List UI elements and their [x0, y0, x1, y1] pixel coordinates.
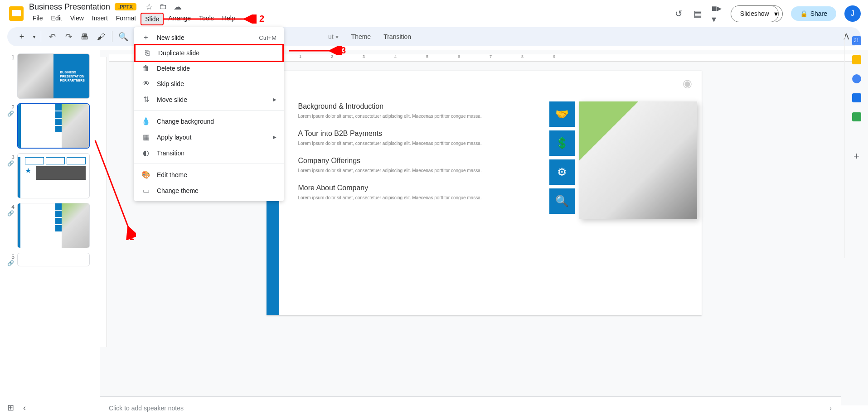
- grid-view-icon[interactable]: ⊞: [7, 403, 14, 413]
- menu-duplicate-slide[interactable]: ⎘ Duplicate slide: [134, 44, 284, 62]
- meet-icon[interactable]: ■▸ ▾: [712, 8, 723, 19]
- add-addon-icon[interactable]: +: [852, 150, 861, 159]
- menu-skip-slide[interactable]: 👁 Skip slide: [134, 76, 284, 92]
- menu-change-theme[interactable]: ▭ Change theme: [134, 183, 284, 198]
- menu-format[interactable]: Format: [112, 13, 140, 25]
- lock-icon: 🔒: [800, 10, 808, 17]
- slide-panel[interactable]: 1 BUSINESS PRESENTATION FOR PARTNERS 2 🔗: [0, 50, 100, 405]
- document-title[interactable]: Business Presentation: [29, 2, 110, 12]
- menu-insert[interactable]: Insert: [88, 13, 112, 25]
- agenda-title[interactable]: More About Company: [298, 184, 534, 192]
- trash-icon: 🗑: [141, 64, 150, 72]
- menu-delete-slide[interactable]: 🗑 Delete slide: [134, 61, 284, 76]
- new-slide-button[interactable]: +: [15, 29, 29, 44]
- contacts-icon[interactable]: [852, 93, 861, 102]
- menu-tools[interactable]: Tools: [195, 13, 218, 25]
- agenda-text[interactable]: Lorem ipsum dolor sit amet, consectetuer…: [298, 168, 534, 174]
- slide-thumbnail-4[interactable]: [17, 203, 90, 248]
- slide-image[interactable]: [579, 101, 697, 219]
- duplicate-icon: ⎘: [143, 49, 152, 57]
- main-area: 1 BUSINESS PRESENTATION FOR PARTNERS 2 🔗: [0, 50, 868, 405]
- menu-edit[interactable]: Edit: [48, 13, 66, 25]
- undo-button[interactable]: ↶: [45, 29, 59, 44]
- slide-number: 5: [7, 253, 15, 260]
- slides-logo-icon: [9, 6, 24, 21]
- title-area: Business Presentation .PPTX ☆ 🗀 ☁ File E…: [29, 2, 674, 25]
- expand-notes-icon[interactable]: ›: [829, 405, 832, 412]
- right-side-panel: 31 +: [844, 32, 868, 258]
- speaker-notes[interactable]: Click to add speaker notes ›: [100, 396, 841, 419]
- star-icon[interactable]: ☆: [145, 2, 153, 12]
- title-icons: ☆ 🗀 ☁: [145, 2, 182, 12]
- menu-view[interactable]: View: [67, 13, 87, 25]
- new-slide-dropdown[interactable]: ▾: [31, 29, 37, 44]
- redo-button[interactable]: ↷: [61, 29, 76, 44]
- slide-canvas[interactable]: AGENDA ◉ Background & Introduction Lorem…: [267, 71, 702, 315]
- menu-change-background[interactable]: 💧 Change background: [134, 113, 284, 129]
- shortcut-label: Ctrl+M: [259, 34, 276, 41]
- paint-format-button[interactable]: 🖌: [94, 29, 108, 44]
- transition-button[interactable]: Transition: [378, 30, 417, 43]
- menu-slide[interactable]: Slide: [141, 13, 164, 25]
- slide-number: 2: [7, 103, 15, 111]
- menu-separator: [134, 164, 284, 164]
- transition-icon: ◐: [141, 149, 150, 157]
- tasks-icon[interactable]: [852, 74, 861, 83]
- link-icon: 🔗: [7, 260, 15, 266]
- filmstrip-footer: ⊞ ‹: [7, 396, 98, 419]
- slide-thumb-row: 5 🔗: [7, 253, 96, 266]
- layout-button[interactable]: ut ▾: [323, 30, 344, 43]
- slide-thumbnail-1[interactable]: BUSINESS PRESENTATION FOR PARTNERS: [17, 53, 90, 99]
- agenda-text[interactable]: Lorem ipsum dolor sit amet, consectetuer…: [298, 195, 534, 201]
- cloud-status-icon[interactable]: ☁: [174, 2, 182, 12]
- slide-thumb-row: 2 🔗: [7, 103, 96, 149]
- vertical-ruler: [100, 57, 107, 347]
- comments-icon[interactable]: ▤: [693, 8, 703, 19]
- menu-apply-layout[interactable]: ▦ Apply layout ▶: [134, 129, 284, 145]
- move-icon[interactable]: 🗀: [159, 2, 167, 12]
- agenda-title[interactable]: A Tour into B2B Payments: [298, 130, 534, 138]
- pptx-badge: .PPTX: [115, 3, 136, 10]
- theme-button[interactable]: Theme: [346, 30, 377, 43]
- agenda-title[interactable]: Background & Introduction: [298, 102, 534, 111]
- menu-file[interactable]: File: [29, 13, 47, 25]
- menu-separator: [134, 110, 284, 111]
- history-icon[interactable]: ↺: [674, 8, 684, 19]
- menu-new-slide[interactable]: + New slide Ctrl+M: [134, 30, 284, 45]
- agenda-title[interactable]: Company Offerings: [298, 157, 534, 165]
- agenda-text[interactable]: Lorem ipsum dolor sit amet, consectetuer…: [298, 113, 534, 120]
- theme-icon: ▭: [141, 186, 150, 195]
- submenu-arrow-icon: ▶: [273, 135, 276, 140]
- link-icon: 🔗: [7, 160, 15, 167]
- slide-content: Background & Introduction Lorem ipsum do…: [298, 102, 534, 211]
- handshake-icon: 🤝: [549, 101, 575, 127]
- slide-number: 3: [7, 153, 15, 160]
- slideshow-dropdown[interactable]: ▾: [770, 5, 783, 22]
- user-avatar[interactable]: J: [844, 5, 861, 22]
- gear-hand-icon: ⚙: [549, 159, 575, 185]
- menu-transition[interactable]: ◐ Transition: [134, 145, 284, 161]
- menu-edit-theme[interactable]: 🎨 Edit theme: [134, 167, 284, 183]
- app-logo[interactable]: [7, 5, 25, 23]
- share-button[interactable]: 🔒 Share: [791, 6, 836, 21]
- collapse-filmstrip-icon[interactable]: ‹: [23, 403, 26, 413]
- menu-help[interactable]: Help: [218, 13, 239, 25]
- layout-icon: ▦: [141, 133, 150, 141]
- link-icon: 🔗: [7, 111, 15, 117]
- slide-thumbnail-5[interactable]: [17, 253, 90, 266]
- menu-move-slide[interactable]: ⇅ Move slide ▶: [134, 92, 284, 107]
- link-icon: 🔗: [7, 210, 15, 217]
- agenda-item: Background & Introduction Lorem ipsum do…: [298, 102, 534, 120]
- zoom-button[interactable]: 🔍: [116, 29, 131, 44]
- calendar-icon[interactable]: 31: [852, 36, 861, 45]
- maps-icon[interactable]: [852, 112, 861, 121]
- agenda-text[interactable]: Lorem ipsum dolor sit amet, consectetuer…: [298, 140, 534, 147]
- submenu-arrow-icon: ▶: [273, 97, 276, 102]
- keep-icon[interactable]: [852, 55, 861, 64]
- slide-thumbnail-3[interactable]: ★: [17, 153, 90, 198]
- print-button[interactable]: 🖶: [78, 29, 92, 44]
- menu-arrange[interactable]: Arrange: [165, 13, 194, 25]
- slide-thumb-row: 1 BUSINESS PRESENTATION FOR PARTNERS: [7, 53, 96, 99]
- slide-thumbnail-2[interactable]: [17, 103, 90, 149]
- header-right: ↺ ▤ ■▸ ▾ Slideshow ▾ 🔒 Share J: [674, 5, 861, 22]
